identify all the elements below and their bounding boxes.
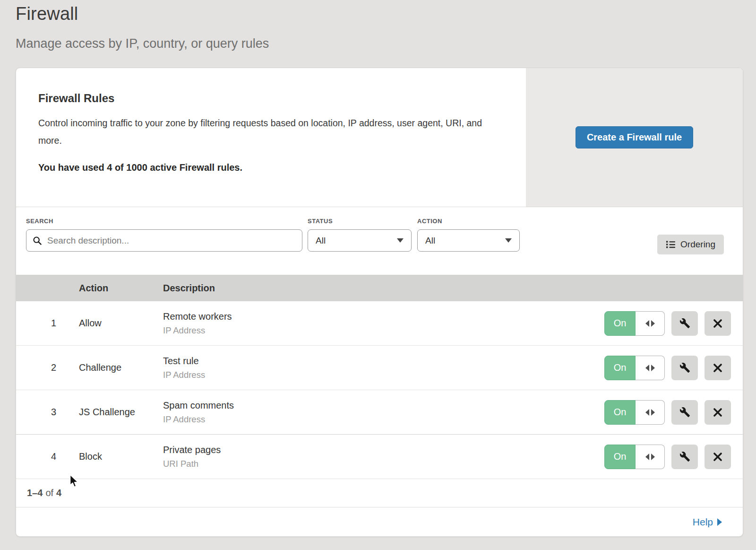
status-filter: STATUS All bbox=[308, 218, 412, 252]
search-filter: SEARCH bbox=[26, 218, 302, 252]
rule-controls: On bbox=[604, 400, 731, 425]
status-label: STATUS bbox=[308, 218, 412, 225]
wrench-icon bbox=[679, 407, 690, 418]
action-filter: ACTION All bbox=[417, 218, 520, 252]
rule-action: Challenge bbox=[79, 362, 163, 373]
mouse-cursor bbox=[69, 474, 80, 490]
rule-description: Private pages bbox=[163, 445, 604, 455]
search-box bbox=[26, 229, 302, 252]
left-right-arrows-icon[interactable] bbox=[636, 400, 665, 425]
action-select[interactable]: All bbox=[417, 229, 520, 252]
x-icon bbox=[713, 408, 722, 417]
delete-rule-button[interactable] bbox=[704, 356, 731, 380]
edit-rule-button[interactable] bbox=[671, 445, 698, 469]
rule-enabled-toggle[interactable]: On bbox=[604, 311, 665, 336]
left-right-arrows-icon[interactable] bbox=[636, 311, 665, 336]
firewall-card: Firewall Rules Control incoming traffic … bbox=[16, 68, 743, 537]
rule-description-cell: Spam comments IP Address bbox=[163, 400, 604, 425]
rule-description-cell: Remote workers IP Address bbox=[163, 311, 604, 336]
rule-action: Allow bbox=[79, 318, 163, 329]
rule-controls: On bbox=[604, 356, 731, 380]
rule-enabled-toggle[interactable]: On bbox=[604, 400, 665, 425]
search-label: SEARCH bbox=[26, 218, 302, 225]
edit-rule-button[interactable] bbox=[671, 311, 698, 336]
action-column-header: Action bbox=[79, 283, 163, 294]
magnifier-icon bbox=[33, 236, 42, 245]
panel-heading: Firewall Rules bbox=[38, 92, 498, 105]
x-icon bbox=[713, 319, 722, 328]
filters-bar: SEARCH STATUS All ACTION All bbox=[16, 207, 743, 275]
toggle-on-label: On bbox=[604, 400, 636, 425]
pagination-of: of bbox=[45, 488, 53, 498]
rule-match-type: IP Address bbox=[163, 325, 604, 336]
wrench-icon bbox=[679, 451, 690, 462]
page-header: Firewall Manage access by IP, country, o… bbox=[0, 0, 756, 51]
description-column-header: Description bbox=[163, 283, 743, 294]
create-firewall-rule-button[interactable]: Create a Firewall rule bbox=[576, 126, 693, 148]
card-footer: Help bbox=[16, 507, 743, 536]
rule-description: Test rule bbox=[163, 356, 604, 367]
ordering-button-label: Ordering bbox=[680, 239, 715, 250]
rule-action: Block bbox=[79, 451, 163, 462]
table-row: 2 Challenge Test rule IP Address On bbox=[16, 346, 743, 390]
help-link-label: Help bbox=[693, 516, 713, 528]
rule-priority: 4 bbox=[16, 451, 79, 462]
firewall-rules-summary: Firewall Rules Control incoming traffic … bbox=[16, 68, 743, 207]
chevron-right-icon bbox=[717, 518, 722, 526]
rule-controls: On bbox=[604, 311, 731, 336]
status-select[interactable]: All bbox=[308, 229, 412, 252]
list-icon bbox=[666, 240, 676, 249]
x-icon bbox=[713, 452, 722, 462]
pagination-range: 1–4 bbox=[27, 488, 43, 498]
rule-match-type: URI Path bbox=[163, 459, 604, 469]
rule-priority: 3 bbox=[16, 407, 79, 418]
status-selected-value: All bbox=[316, 236, 326, 246]
delete-rule-button[interactable] bbox=[704, 445, 731, 469]
rule-description-cell: Test rule IP Address bbox=[163, 356, 604, 380]
rule-priority: 2 bbox=[16, 362, 79, 373]
rule-match-type: IP Address bbox=[163, 414, 604, 425]
rule-match-type: IP Address bbox=[163, 370, 604, 380]
pagination-total: 4 bbox=[56, 488, 61, 498]
table-row: 4 Block Private pages URI Path On bbox=[16, 435, 743, 479]
rule-description: Spam comments bbox=[163, 400, 604, 411]
delete-rule-button[interactable] bbox=[704, 400, 731, 425]
table-row: 3 JS Challenge Spam comments IP Address … bbox=[16, 390, 743, 435]
delete-rule-button[interactable] bbox=[704, 311, 731, 336]
x-icon bbox=[713, 363, 722, 373]
firewall-rules-info: Firewall Rules Control incoming traffic … bbox=[16, 68, 526, 207]
toggle-on-label: On bbox=[604, 445, 636, 469]
edit-rule-button[interactable] bbox=[671, 356, 698, 380]
left-right-arrows-icon[interactable] bbox=[636, 445, 665, 469]
rule-priority: 1 bbox=[16, 318, 79, 329]
panel-description: Control incoming traffic to your zone by… bbox=[38, 114, 487, 149]
wrench-icon bbox=[679, 362, 690, 373]
pagination: 1–4 of 4 bbox=[16, 479, 743, 507]
search-input[interactable] bbox=[46, 235, 296, 246]
rules-usage-text: You have used 4 of 1000 active Firewall … bbox=[38, 162, 498, 173]
rule-action: JS Challenge bbox=[79, 407, 163, 418]
rule-enabled-toggle[interactable]: On bbox=[604, 445, 665, 469]
chevron-down-icon bbox=[397, 238, 404, 243]
edit-rule-button[interactable] bbox=[671, 400, 698, 425]
table-row: 1 Allow Remote workers IP Address On bbox=[16, 301, 743, 346]
rule-description-cell: Private pages URI Path bbox=[163, 445, 604, 469]
wrench-icon bbox=[679, 318, 690, 329]
rule-enabled-toggle[interactable]: On bbox=[604, 356, 665, 380]
ordering-button[interactable]: Ordering bbox=[657, 235, 724, 254]
chevron-down-icon bbox=[505, 238, 512, 243]
toggle-on-label: On bbox=[604, 356, 636, 380]
toggle-on-label: On bbox=[604, 311, 636, 336]
rule-controls: On bbox=[604, 445, 731, 469]
page-title: Firewall bbox=[16, 4, 756, 24]
left-right-arrows-icon[interactable] bbox=[636, 356, 665, 380]
action-selected-value: All bbox=[425, 236, 435, 246]
help-link[interactable]: Help bbox=[693, 516, 722, 528]
table-header: Action Description bbox=[16, 275, 743, 301]
create-rule-panel: Create a Firewall rule bbox=[526, 68, 743, 207]
page-subtitle: Manage access by IP, country, or query r… bbox=[16, 36, 756, 51]
action-label: ACTION bbox=[417, 218, 520, 225]
rule-description: Remote workers bbox=[163, 311, 604, 322]
